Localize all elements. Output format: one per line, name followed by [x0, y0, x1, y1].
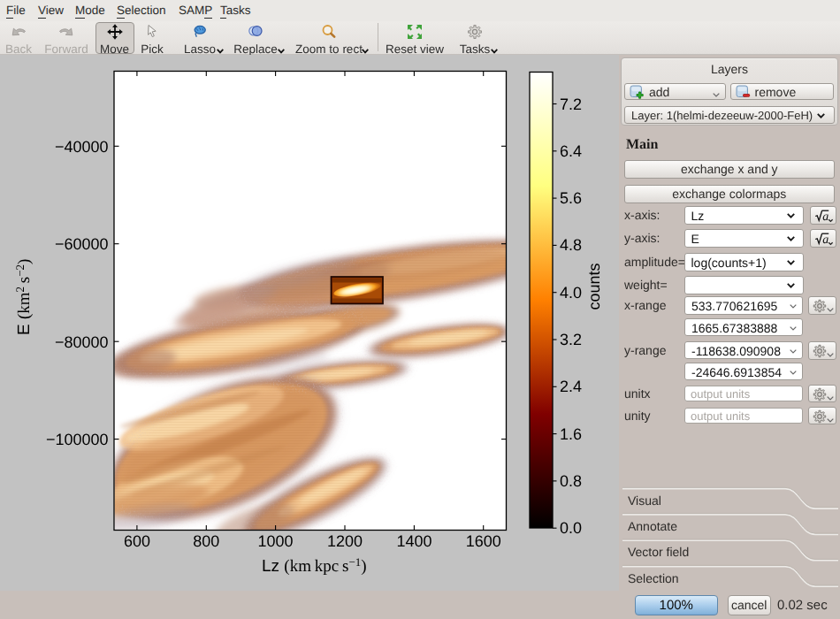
svg-text:1600: 1600 [466, 532, 501, 550]
svg-text:3.2: 3.2 [560, 331, 582, 348]
svg-text:1400: 1400 [396, 532, 431, 550]
svg-text:5.6: 5.6 [560, 189, 582, 207]
svg-text:−80000: −80000 [55, 333, 109, 351]
svg-text:a: a [822, 210, 829, 224]
svg-text:−60000: −60000 [55, 235, 109, 253]
svg-text:−100000: −100000 [46, 431, 109, 448]
svg-text:a: a [822, 233, 829, 247]
svg-text:600: 600 [124, 532, 150, 550]
svg-text:1200: 1200 [327, 532, 363, 550]
svg-text:1000: 1000 [258, 532, 294, 550]
svg-text:0.0: 0.0 [560, 519, 582, 537]
svg-text:2.4: 2.4 [560, 378, 582, 395]
svg-text:4.8: 4.8 [560, 236, 582, 254]
svg-text:800: 800 [193, 532, 219, 550]
svg-text:0.8: 0.8 [560, 472, 582, 490]
svg-text:−40000: −40000 [55, 138, 109, 156]
svg-text:6.4: 6.4 [560, 142, 582, 160]
svg-text:7.2: 7.2 [560, 96, 582, 113]
svg-text:1.6: 1.6 [560, 425, 582, 443]
svg-text:4.0: 4.0 [560, 284, 582, 302]
svg-text:counts: counts [585, 263, 603, 310]
